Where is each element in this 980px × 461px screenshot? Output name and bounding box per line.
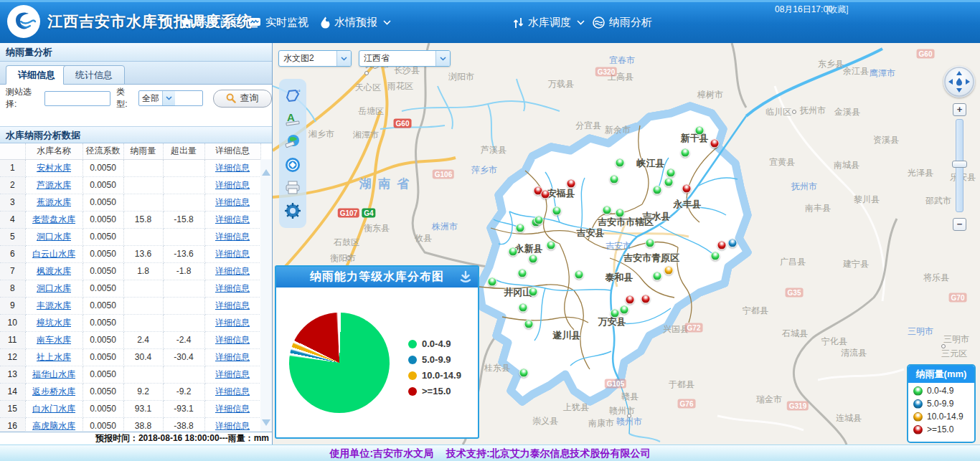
map-area-select[interactable]: 江西省 bbox=[359, 50, 451, 67]
legend-ball-red bbox=[913, 425, 923, 434]
station-input[interactable] bbox=[44, 91, 110, 106]
reservoir-marker[interactable] bbox=[646, 239, 655, 248]
detail-info-link[interactable]: 详细信息 bbox=[215, 386, 250, 396]
nav-item-reservoir-dispatch[interactable]: 水库调度 bbox=[513, 16, 585, 29]
reservoir-marker[interactable] bbox=[664, 178, 674, 187]
table-scrollbar[interactable] bbox=[260, 159, 272, 433]
reservoir-marker[interactable] bbox=[488, 277, 497, 287]
reservoir-name-link[interactable]: 樟坑水库 bbox=[37, 318, 71, 328]
zoom-out-button[interactable]: − bbox=[953, 218, 966, 231]
reservoir-marker[interactable] bbox=[711, 252, 720, 261]
distance-measure-icon[interactable] bbox=[282, 131, 303, 153]
reservoir-name-link[interactable]: 洞口水库 bbox=[37, 283, 71, 293]
reservoir-marker[interactable] bbox=[519, 369, 529, 378]
reservoir-marker[interactable] bbox=[653, 186, 662, 195]
reservoir-name-link[interactable]: 蕉源水库 bbox=[37, 197, 71, 207]
detail-info-link[interactable]: 详细信息 bbox=[215, 283, 250, 293]
query-button[interactable]: 查询 bbox=[213, 90, 272, 108]
reservoir-name-link[interactable]: 安村水库 bbox=[37, 163, 71, 173]
reservoir-marker[interactable] bbox=[516, 224, 525, 233]
print-icon[interactable] bbox=[282, 177, 303, 199]
reservoir-name-link[interactable]: 高虎脑水库 bbox=[32, 421, 75, 431]
reservoir-marker[interactable] bbox=[547, 241, 556, 250]
detail-info-link[interactable]: 详细信息 bbox=[215, 300, 250, 310]
detail-info-link[interactable]: 详细信息 bbox=[215, 421, 250, 431]
reservoir-marker[interactable] bbox=[541, 190, 550, 199]
reservoir-name-link[interactable]: 白水门水库 bbox=[32, 404, 75, 414]
reservoir-marker[interactable] bbox=[728, 239, 738, 248]
reservoir-marker[interactable] bbox=[695, 126, 705, 136]
reservoir-marker[interactable] bbox=[664, 266, 674, 275]
reservoir-marker[interactable] bbox=[620, 305, 629, 315]
reservoir-marker[interactable] bbox=[529, 255, 538, 264]
scroll-up-arrow[interactable] bbox=[262, 169, 270, 176]
table-row: 4老营盘水库0.005015.8-15.8详细信息 bbox=[0, 211, 260, 228]
nav-item-water-forecast[interactable]: 水情预报 bbox=[321, 16, 391, 29]
favorite-link[interactable]: [收藏] bbox=[826, 4, 849, 16]
reservoir-name-link[interactable]: 福华山水库 bbox=[32, 369, 75, 379]
detail-info-link[interactable]: 详细信息 bbox=[215, 180, 250, 190]
reservoir-marker[interactable] bbox=[611, 309, 620, 318]
map-legend-item: >=15.0 bbox=[908, 422, 974, 434]
locate-icon[interactable] bbox=[282, 154, 303, 176]
reservoir-marker[interactable] bbox=[552, 206, 562, 216]
detail-info-link[interactable]: 详细信息 bbox=[215, 352, 250, 362]
reservoir-marker[interactable] bbox=[519, 303, 528, 313]
detail-info-link[interactable]: 详细信息 bbox=[215, 404, 250, 414]
tab-statistics-info[interactable]: 统计信息 bbox=[63, 65, 125, 85]
tab-detail-info[interactable]: 详细信息 bbox=[6, 65, 67, 85]
zoom-slider-track[interactable] bbox=[956, 119, 963, 212]
reservoir-marker[interactable] bbox=[666, 168, 676, 178]
reservoir-marker[interactable] bbox=[567, 179, 576, 189]
detail-info-link[interactable]: 详细信息 bbox=[215, 197, 250, 207]
reservoir-name-link[interactable]: 老营盘水库 bbox=[32, 214, 75, 224]
detail-info-link[interactable]: 详细信息 bbox=[215, 214, 250, 224]
zoom-in-button[interactable]: + bbox=[953, 103, 966, 116]
reservoir-name-link[interactable]: 南车水库 bbox=[37, 335, 71, 345]
detail-info-link[interactable]: 详细信息 bbox=[215, 335, 250, 345]
reservoir-marker[interactable] bbox=[534, 216, 544, 225]
zoom-slider-thumb[interactable] bbox=[952, 161, 967, 168]
reservoir-marker[interactable] bbox=[509, 247, 518, 257]
reservoir-marker[interactable] bbox=[717, 241, 727, 250]
reservoir-marker[interactable] bbox=[681, 148, 690, 158]
detail-info-link[interactable]: 详细信息 bbox=[215, 249, 250, 259]
detail-info-link[interactable]: 详细信息 bbox=[215, 232, 250, 242]
reservoir-marker[interactable] bbox=[682, 184, 692, 194]
reservoir-marker[interactable] bbox=[518, 269, 527, 278]
nav-item-rain-analysis[interactable]: 纳雨分析 bbox=[593, 16, 652, 29]
detail-info-link[interactable]: 详细信息 bbox=[215, 266, 250, 276]
detail-info-link[interactable]: 详细信息 bbox=[215, 163, 250, 173]
reservoir-marker[interactable] bbox=[710, 139, 720, 148]
reservoir-name-link[interactable]: 洞口水库 bbox=[37, 232, 71, 242]
reservoir-name-link[interactable]: 返步桥水库 bbox=[32, 386, 75, 396]
collapse-down-arrow-icon[interactable] bbox=[458, 270, 473, 287]
reservoir-marker[interactable] bbox=[610, 175, 619, 184]
nav-item-home[interactable]: 系统首页 bbox=[181, 16, 240, 29]
settings-gear-icon[interactable] bbox=[282, 200, 303, 222]
detail-info-link[interactable]: 详细信息 bbox=[215, 369, 250, 379]
reservoir-name-link[interactable]: 丰源水库 bbox=[37, 300, 71, 310]
type-select[interactable]: 全部 bbox=[138, 90, 203, 106]
detail-info-link[interactable]: 详细信息 bbox=[215, 318, 250, 328]
map-layer-select[interactable]: 水文图2 bbox=[278, 50, 352, 67]
reservoir-marker[interactable] bbox=[524, 320, 534, 329]
reservoir-marker[interactable] bbox=[603, 206, 612, 215]
reservoir-name-link[interactable]: 芦源水库 bbox=[37, 180, 71, 190]
map-pan-control[interactable] bbox=[943, 66, 975, 98]
map-container[interactable]: 长沙市长沙县天心区雨花区岳塘区湘乡市湘潭市浏阳市万载县上高县樟树市分宜县新余市芦… bbox=[273, 43, 980, 445]
area-measure-icon[interactable]: x² bbox=[282, 85, 303, 107]
reservoir-name-link[interactable]: 社上水库 bbox=[37, 352, 71, 362]
scroll-down-arrow[interactable] bbox=[262, 419, 270, 426]
reservoir-marker[interactable] bbox=[616, 158, 625, 168]
reservoir-marker[interactable] bbox=[616, 209, 625, 218]
reservoir-name-link[interactable]: 枫渡水库 bbox=[37, 266, 71, 276]
label-tool-icon[interactable]: A bbox=[282, 108, 303, 130]
reservoir-marker[interactable] bbox=[626, 295, 635, 305]
reservoir-marker[interactable] bbox=[529, 287, 538, 297]
reservoir-marker[interactable] bbox=[641, 295, 651, 304]
reservoir-marker[interactable] bbox=[575, 270, 584, 280]
reservoir-marker[interactable] bbox=[653, 272, 662, 281]
nav-item-realtime-monitor[interactable]: 实时监视 bbox=[248, 16, 308, 29]
reservoir-name-link[interactable]: 白云山水库 bbox=[32, 249, 75, 259]
